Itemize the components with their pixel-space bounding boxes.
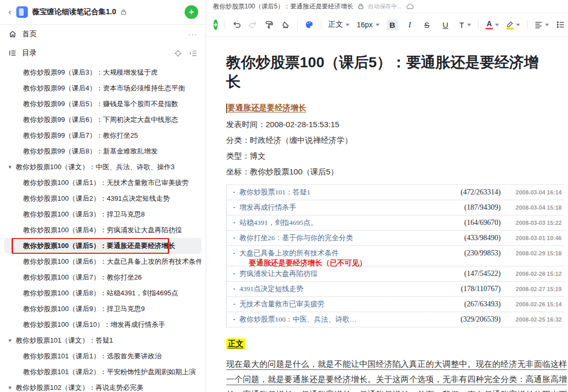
link-count: (472/263314): [461, 188, 501, 197]
toc-item[interactable]: ▼ 教你炒股票99（课后6）：下周初决定大盘中线形态: [4, 112, 201, 128]
link-title[interactable]: 增发再成行情杀手: [239, 203, 464, 212]
link-title[interactable]: 站稳4391，剑指4695点。: [239, 218, 464, 228]
redo-icon[interactable]: [248, 20, 258, 29]
toc-item[interactable]: ▼ 教你炒股票99（课后4）：资本市场必须维持生态平衡: [4, 80, 201, 96]
toc-item-label: 教你炒股票100（课后9）：捍卫马克思9: [23, 304, 145, 314]
paragraph-style-select[interactable]: 正文: [328, 20, 350, 29]
link-title[interactable]: 4391点决定短线走势: [239, 284, 461, 294]
toc-item[interactable]: ▼ 教你炒股票100（课后1）：无技术含量救市已审美疲劳: [4, 175, 201, 191]
font-color-bar: [485, 28, 493, 29]
link-title[interactable]: 穷疯浦发让大盘再陷彷徨: [239, 269, 464, 278]
toc-item-label: 教你炒股票101（课后1）：选股首先要讲政治: [23, 352, 161, 361]
meta-row: 分类：时政经济（缠中说禅经济学）: [226, 136, 555, 145]
notebook-icon: [16, 6, 28, 18]
breadcrumb[interactable]: 教你炒股票100（课后5）：要通胀还是要经济增长: [213, 2, 353, 11]
document-subtitle[interactable]: 要通胀还是要经济增长: [228, 103, 307, 113]
link-date: 2008-02-26 15:14: [506, 301, 562, 307]
font-size-value: 16px: [357, 20, 372, 29]
bullet-icon: ·: [233, 315, 235, 324]
chevron-down-icon: [545, 24, 549, 26]
toc-item[interactable]: ▼ 教你炒股票101（课后1）：选股首先要讲政治: [4, 348, 201, 364]
link-title[interactable]: 教你打坐26：基于你与你的完全分类: [239, 233, 464, 243]
underline-button[interactable]: U: [439, 19, 451, 30]
collapse-list-icon[interactable]: [189, 49, 197, 57]
toc-item[interactable]: ▼ 教你炒股票99（课后3）：大规模增发猛于虎: [4, 65, 201, 80]
clear-format-icon[interactable]: [281, 20, 290, 29]
chevron-down-icon[interactable]: ▼: [6, 385, 14, 390]
font-color-button[interactable]: A: [485, 20, 499, 29]
bullet-icon: ·: [233, 270, 235, 278]
link-count: (267/63493): [464, 300, 501, 308]
meta-list: 发表时间：2008-02-28-15:53:15 分类：时政经济（缠中说禅经济学…: [226, 120, 555, 177]
bullet-list-icon[interactable]: [556, 20, 565, 29]
highlight-color-button[interactable]: [506, 20, 520, 29]
toc-item[interactable]: ▼ 教你炒股票101（课文）：答疑1: [4, 333, 201, 348]
link-title[interactable]: 无技术含量救市已审美疲劳: [239, 300, 464, 309]
body-paragraph[interactable]: 现在最大的问题是什么，就是不能让中国经济陷入真正的大调整中。现在的经济无非面临这…: [226, 356, 567, 392]
align-button[interactable]: [534, 20, 549, 29]
add-page-button[interactable]: +: [185, 5, 198, 19]
document-title[interactable]: 教你炒股票100（课后5）：要通胀还是要经济增长: [226, 53, 542, 91]
toc-item[interactable]: ▼ 教你炒股票99（课后7）：教你打坐25: [4, 128, 201, 143]
bold-button[interactable]: B: [387, 19, 399, 30]
highlighter-icon: [506, 20, 514, 27]
bullet-icon: ·: [233, 203, 235, 212]
cloud-icon: [406, 4, 414, 9]
undo-icon[interactable]: [232, 20, 241, 29]
toc-label: 目录: [22, 48, 37, 58]
font-size-select[interactable]: 16px: [357, 20, 379, 29]
toc-item[interactable]: ▼ 教你炒股票101（课后2）：平安粉饰性护盘闹剧如期上演: [4, 364, 201, 380]
chevron-down-icon[interactable]: ▼: [6, 164, 14, 170]
link-title[interactable]: 大盘已具备上攻的所有技术条件: [239, 249, 464, 258]
chevron-down-icon: [346, 24, 350, 26]
back-icon[interactable]: ‹: [7, 7, 12, 17]
toc-item[interactable]: ▼ 教你炒股票100（课后4）：穷疯浦发让大盘再陷彷徨: [4, 222, 201, 238]
chevron-down-icon[interactable]: ▼: [6, 338, 14, 343]
toc-item-label: 教你炒股票99（课后3）：大规模增发猛于虎: [23, 68, 158, 77]
toc-item[interactable]: ▼ 教你炒股票100（课后5）：要通胀还是要经济增长: [4, 238, 201, 254]
toc-item-label: 教你炒股票100（课后1）：无技术含量救市已审美疲劳: [23, 178, 189, 188]
paint-brush-icon[interactable]: [305, 20, 314, 29]
link-title[interactable]: 教你炒股票101：答疑1: [239, 188, 460, 197]
more-icon[interactable]: ···: [188, 30, 197, 38]
italic-button[interactable]: I: [405, 19, 414, 30]
formatting-toolbar: + 正文 16px: [207, 13, 568, 37]
more-text-format-glyph: T: [458, 19, 465, 30]
toc-item[interactable]: ▼ 教你炒股票100（课后8）：站稳4391，剑指4695点: [4, 285, 201, 301]
toc-item[interactable]: ▼ 教你炒股票100（课后6）：大盘已具备上攻的所有技术条件: [4, 254, 201, 270]
link-count: (178/110767): [461, 285, 501, 293]
toc-item[interactable]: ▼ 教你炒股票100（课后2）：4391点决定短线走势: [4, 191, 201, 207]
subtitle-line: 要通胀还是要经济增长: [226, 103, 555, 113]
format-painter-icon[interactable]: [265, 20, 274, 29]
toc-item[interactable]: ▼ 教你炒股票102（课文）：再说走势必完美: [4, 380, 201, 392]
bullet-icon: ·: [233, 249, 235, 257]
chevron-down-icon: [467, 24, 471, 26]
related-links-block: · 教你炒股票101：答疑1 (472/263314) 2008-03-04 1…: [226, 184, 564, 327]
red-annotation-text: 要通胀还是要经济增长（已不可见）: [227, 259, 564, 267]
toc-item-label: 教你炒股票100（课后5）：要通胀还是要经济增长: [23, 241, 175, 251]
sidebar-item-home[interactable]: 首页 ···: [0, 25, 206, 44]
sidebar-item-toc[interactable]: 目录: [0, 44, 206, 63]
toc-item[interactable]: ▼ 教你炒股票100（课文）：中医、兵法、诗歌、操作3: [4, 159, 201, 175]
insert-button[interactable]: +: [214, 19, 218, 30]
lock-icon: [358, 3, 364, 9]
toc-item[interactable]: ▼ 教你炒股票99（课后8）：新基金难敌乱增发: [4, 143, 201, 159]
link-count: (187/94309): [464, 203, 501, 212]
home-label: 首页: [22, 29, 37, 39]
toc-item[interactable]: ▼ 教你炒股票100（课后7）：教你打坐26: [4, 270, 201, 285]
toc-item[interactable]: ▼ 教你炒股票100（课后3）：捍卫马克思8: [4, 207, 201, 222]
bullet-icon: ·: [233, 300, 235, 308]
locate-icon[interactable]: [174, 49, 182, 57]
toolbar-divider: [478, 20, 479, 29]
meta-row: 类型：博文: [226, 151, 555, 161]
link-date: 2008-03-04 15:18: [506, 204, 562, 211]
strikethrough-button[interactable]: S: [421, 19, 432, 30]
toc-item-label: 教你炒股票100（课后4）：穷疯浦发让大盘再陷彷徨: [23, 225, 182, 235]
toc-item[interactable]: ▼ 教你炒股票99（课后5）：赚钱是靠个股而不是指数: [4, 96, 201, 112]
document-canvas[interactable]: 教你炒股票100（课后5）：要通胀还是要经济增长 要通胀还是要经济增长 发表时间…: [207, 37, 568, 392]
toc-item[interactable]: ▼ 教你炒股票100（课后10）：增发再成行情杀手: [4, 317, 201, 333]
toc-item[interactable]: ▼ 教你炒股票100（课后9）：捍卫马克思9: [4, 301, 201, 317]
link-title[interactable]: 教你炒股票100：中医、兵法、诗歌…: [239, 315, 460, 324]
more-text-format-button[interactable]: T: [458, 19, 471, 30]
meta-row: 发表时间：2008-02-28-15:53:15: [226, 120, 555, 129]
